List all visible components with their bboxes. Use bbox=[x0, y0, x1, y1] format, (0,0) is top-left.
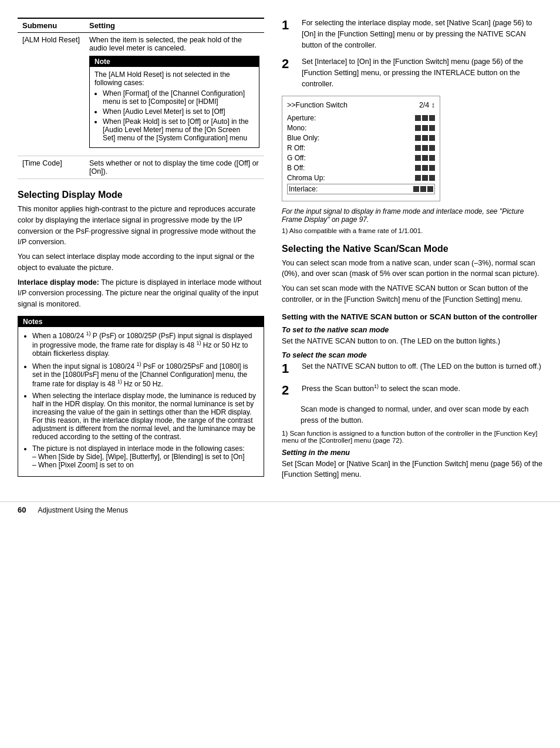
block-icon bbox=[427, 186, 433, 192]
notes-box: Notes When a 1080/24 1) P (PsF) or 1080/… bbox=[18, 316, 264, 477]
row-label: G Off: bbox=[287, 154, 306, 162]
bold-label: Interlace display mode: bbox=[18, 278, 99, 287]
block-icon bbox=[422, 125, 428, 131]
row-icons bbox=[415, 165, 435, 171]
note-box: Note The [ALM Hold Reset] is not selecte… bbox=[89, 56, 259, 148]
function-switch-row-chromaup: Chroma Up: bbox=[287, 174, 435, 182]
notes-item: When a 1080/24 1) P (PsF) or 1080/25P (P… bbox=[32, 331, 259, 358]
block-icon bbox=[422, 135, 428, 141]
row-icons bbox=[415, 175, 435, 181]
italic-note: For the input signal to display in frame… bbox=[282, 207, 542, 224]
function-switch-row-interlace: Interlace: bbox=[287, 184, 435, 194]
block-icon bbox=[429, 135, 435, 141]
right-column: 1 For selecting the interlace display mo… bbox=[282, 18, 542, 484]
to-select-scan-subtitle: To select the scan mode bbox=[282, 351, 542, 359]
footer: 60 Adjustment Using the Menus bbox=[0, 501, 560, 518]
block-icon bbox=[422, 165, 428, 171]
scan-step-2-container: 2 Press the Scan button1) to select the … bbox=[282, 383, 542, 398]
function-switch-header: >>Function Switch 2/4 ↕ bbox=[287, 101, 435, 109]
row-icons bbox=[415, 145, 435, 151]
function-switch-title: >>Function Switch bbox=[287, 101, 348, 109]
scan-step-1-number: 1 bbox=[282, 361, 298, 376]
block-icon bbox=[415, 125, 421, 131]
row-label: Mono: bbox=[287, 124, 306, 132]
function-switch-row-blueonly: Blue Only: bbox=[287, 134, 435, 142]
notes-content: When a 1080/24 1) P (PsF) or 1080/25P (P… bbox=[18, 327, 264, 476]
table-row: [Time Code] Sets whether or not to displ… bbox=[18, 156, 264, 179]
block-icon bbox=[415, 155, 421, 161]
block-icon bbox=[420, 186, 426, 192]
after-step2-text: Scan mode is changed to normal, under, a… bbox=[301, 404, 542, 426]
col-submenu-header: Submenu bbox=[18, 18, 85, 33]
step-1-number: 1 bbox=[282, 18, 298, 33]
display-mode-para2: You can select interlace display mode ac… bbox=[18, 251, 264, 274]
notes-item: When selecting the interlace display mod… bbox=[32, 392, 259, 441]
row-label: Interlace: bbox=[289, 185, 318, 193]
table-row: [ALM Hold Reset] When the item is select… bbox=[18, 33, 264, 156]
step-2-content: Set [Interlace] to [On] in the [Function… bbox=[302, 56, 542, 89]
notes-item-text: When a 1080/24 1) P (PsF) or 1080/25P (P… bbox=[32, 332, 252, 358]
row-icons bbox=[413, 186, 433, 192]
step-1-container: 1 For selecting the interlace display mo… bbox=[282, 18, 542, 50]
setting-native-scan-title: Setting with the NATIVE SCAN button or S… bbox=[282, 312, 542, 321]
notes-item-text: When the input signal is 1080/24 1) PsF … bbox=[32, 362, 248, 388]
scan-step-1-container: 1 Set the NATIVE SCAN button to off. (Th… bbox=[282, 361, 542, 376]
left-column: Submenu Setting [ALM Hold Reset] When th… bbox=[18, 18, 264, 484]
native-scan-para2: You can set scan mode with the NATIVE SC… bbox=[282, 283, 542, 305]
block-icon bbox=[415, 145, 421, 151]
scan-step-1-content: Set the NATIVE SCAN button to off. (The … bbox=[302, 361, 542, 372]
footer-text: Adjustment Using the Menus bbox=[38, 506, 127, 514]
note-item: When [Audio Level Meter] is set to [Off] bbox=[103, 107, 254, 116]
block-icon bbox=[422, 145, 428, 151]
note-content: The [ALM Hold Reset] is not selected in … bbox=[90, 67, 259, 147]
block-icon bbox=[422, 155, 428, 161]
notes-list: When a 1080/24 1) P (PsF) or 1080/25P (P… bbox=[32, 331, 259, 469]
to-native-scan-text: Set the NATIVE SCAN button to on. (The L… bbox=[282, 336, 542, 347]
block-icon bbox=[415, 135, 421, 141]
row-icons bbox=[415, 155, 435, 161]
notes-header: Notes bbox=[18, 316, 264, 327]
block-icon bbox=[422, 115, 428, 121]
notes-item-text: When selecting the interlace display mod… bbox=[32, 392, 256, 441]
row-label: Chroma Up: bbox=[287, 174, 325, 182]
notes-item: When the input signal is 1080/24 1) PsF … bbox=[32, 361, 259, 388]
block-icon bbox=[429, 145, 435, 151]
note-item: When [Format] of the [Channel Configurat… bbox=[103, 89, 254, 106]
setting-cell: When the item is selected, the peak hold… bbox=[85, 33, 264, 156]
display-mode-para1: This monitor applies high-contrast to th… bbox=[18, 204, 264, 248]
scan-footnote: 1) Scan function is assigned to a functi… bbox=[282, 430, 542, 444]
native-scan-title: Selecting the Native Scan/Scan Mode bbox=[282, 244, 542, 254]
row-icons bbox=[415, 115, 435, 121]
function-switch-box: >>Function Switch 2/4 ↕ Aperture: Mono: bbox=[282, 96, 440, 201]
block-icon bbox=[429, 165, 435, 171]
function-switch-row-goff: G Off: bbox=[287, 154, 435, 162]
function-switch-row-boff: B Off: bbox=[287, 164, 435, 172]
block-icon bbox=[429, 115, 435, 121]
function-switch-page: 2/4 ↕ bbox=[419, 101, 435, 109]
setting-menu-title: Setting in the menu bbox=[282, 449, 542, 457]
note-item: When [Peak Hold] is set to [Off] or [Aut… bbox=[103, 117, 254, 142]
row-label: R Off: bbox=[287, 144, 305, 152]
block-icon bbox=[415, 115, 421, 121]
setting-cell: Sets whether or not to display the time … bbox=[85, 156, 264, 179]
block-icon bbox=[413, 186, 419, 192]
scan-step-2-number: 2 bbox=[282, 383, 298, 398]
block-icon bbox=[415, 175, 421, 181]
row-icons bbox=[415, 125, 435, 131]
scan-step2-text: Press the Scan button1) to select the sc… bbox=[302, 385, 460, 393]
to-native-scan-subtitle: To set to the native scan mode bbox=[282, 326, 542, 334]
row-label: B Off: bbox=[287, 164, 305, 172]
notes-item: The picture is not displayed in interlac… bbox=[32, 444, 259, 469]
submenu-cell: [Time Code] bbox=[18, 156, 85, 179]
setting-text: When the item is selected, the peak hold… bbox=[89, 36, 242, 52]
native-scan-para1: You can select scan mode from a native s… bbox=[282, 258, 542, 280]
page-content: Submenu Setting [ALM Hold Reset] When th… bbox=[0, 0, 560, 501]
function-switch-row-mono: Mono: bbox=[287, 124, 435, 132]
setting-menu-text: Set [Scan Mode] or [Native Scan] in the … bbox=[282, 459, 542, 481]
block-icon bbox=[422, 175, 428, 181]
notes-item-text: The picture is not displayed in interlac… bbox=[32, 444, 245, 469]
block-icon bbox=[429, 125, 435, 131]
row-icons bbox=[415, 135, 435, 141]
step-2-container: 2 Set [Interlace] to [On] in the [Functi… bbox=[282, 56, 542, 89]
note-header: Note bbox=[90, 56, 259, 67]
